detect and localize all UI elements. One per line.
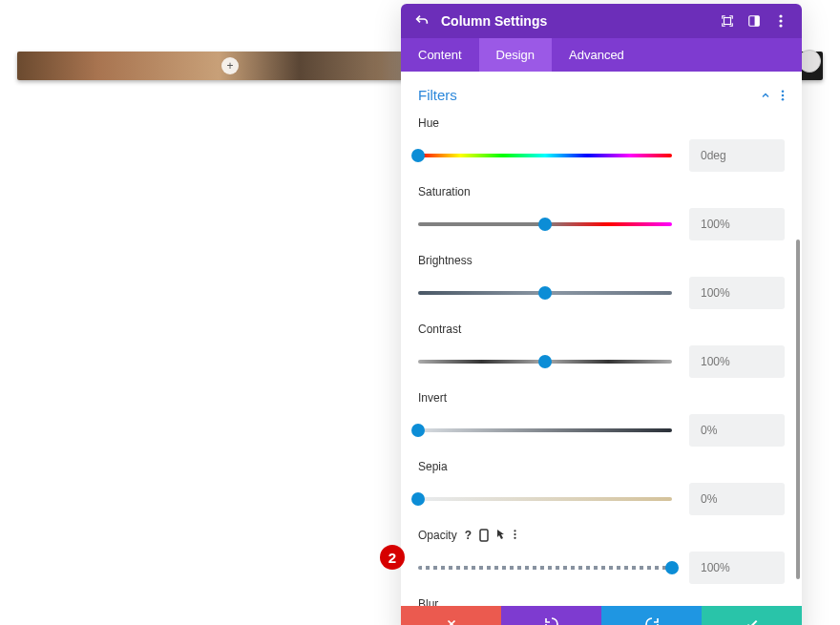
brightness-input[interactable] [689, 277, 785, 309]
hue-label: Hue [418, 116, 785, 130]
column-settings-panel: Column Settings Content Design Advanced … [401, 4, 802, 625]
svg-point-5 [779, 24, 782, 27]
hue-input[interactable] [689, 139, 785, 172]
svg-rect-0 [724, 18, 731, 25]
svg-rect-9 [480, 530, 488, 541]
sepia-input[interactable] [689, 483, 785, 515]
sepia-slider[interactable] [418, 495, 672, 503]
panel-body: Filters Hue Saturation Brightness [401, 72, 802, 606]
svg-point-7 [782, 94, 785, 96]
section-more-icon[interactable] [781, 90, 785, 101]
more-icon[interactable] [773, 13, 788, 29]
panel-title: Column Settings [441, 13, 708, 29]
svg-point-8 [782, 98, 785, 101]
save-button[interactable] [702, 606, 802, 625]
filter-sepia: Sepia [418, 460, 785, 515]
add-module-button[interactable]: + [221, 57, 239, 74]
brightness-slider[interactable] [418, 289, 672, 297]
contrast-label: Contrast [418, 323, 785, 336]
tabs: Content Design Advanced [401, 38, 802, 72]
invert-slider[interactable] [418, 427, 672, 434]
filter-brightness: Brightness [418, 254, 785, 309]
svg-point-11 [514, 533, 515, 535]
filter-blur: Blur [418, 597, 785, 606]
tab-advanced[interactable]: Advanced [552, 38, 641, 72]
svg-point-6 [782, 90, 785, 93]
filter-invert: Invert [418, 391, 785, 447]
opacity-label: Opacity [418, 529, 457, 542]
saturation-input[interactable] [689, 208, 785, 240]
tab-design[interactable]: Design [479, 38, 552, 72]
svg-point-3 [779, 14, 782, 17]
panel-footer [401, 606, 802, 625]
svg-point-12 [514, 537, 515, 539]
filter-opacity: Opacity ? [418, 529, 785, 584]
step-badge: 2 [380, 545, 405, 570]
expand-icon[interactable] [720, 13, 735, 29]
filter-hue: Hue [418, 116, 785, 172]
svg-point-10 [514, 530, 515, 531]
help-icon[interactable]: ? [465, 529, 472, 542]
opacity-more-icon[interactable] [514, 529, 516, 542]
section-title: Filters [418, 87, 457, 103]
scrollbar[interactable] [796, 240, 800, 579]
collapse-icon[interactable] [760, 90, 771, 101]
filter-contrast: Contrast [418, 323, 785, 378]
panel-header: Column Settings [401, 4, 802, 38]
phone-icon[interactable] [479, 529, 489, 542]
saturation-slider[interactable] [418, 220, 672, 228]
section-header: Filters [418, 87, 785, 103]
sepia-label: Sepia [418, 460, 785, 473]
svg-point-4 [779, 19, 782, 22]
hover-icon[interactable] [496, 529, 506, 542]
invert-label: Invert [418, 391, 785, 405]
saturation-label: Saturation [418, 185, 785, 198]
invert-input[interactable] [689, 414, 785, 447]
opacity-slider[interactable] [418, 564, 672, 572]
brightness-label: Brightness [418, 254, 785, 267]
snap-icon[interactable] [746, 13, 762, 29]
blur-label: Blur [418, 597, 785, 606]
cancel-button[interactable] [401, 606, 501, 625]
back-icon[interactable] [414, 13, 430, 29]
filter-saturation: Saturation [418, 185, 785, 240]
contrast-slider[interactable] [418, 358, 672, 365]
svg-rect-2 [755, 16, 760, 27]
hue-slider[interactable] [418, 152, 672, 159]
tab-content[interactable]: Content [401, 38, 479, 72]
redo-button[interactable] [601, 606, 702, 625]
contrast-input[interactable] [689, 345, 785, 378]
opacity-input[interactable] [689, 552, 785, 584]
undo-button[interactable] [501, 606, 601, 625]
